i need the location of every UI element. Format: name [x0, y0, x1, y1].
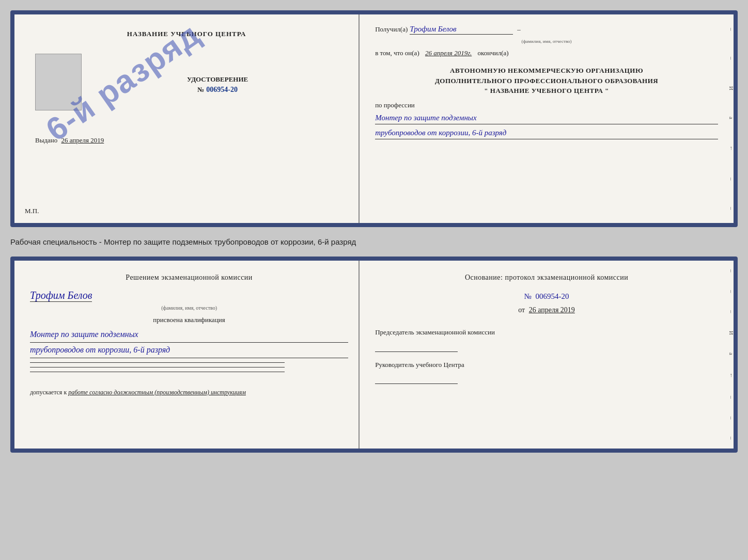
bottom-certificate: Решением экзаменационной комиссии Трофим… [10, 257, 738, 453]
org-line1: АВТОНОМНУЮ НЕКОММЕРЧЕСКУЮ ОРГАНИЗАЦИЮ [375, 66, 718, 76]
received-label: Получил(а) [375, 25, 408, 34]
received-name: Трофим Белов [410, 25, 513, 35]
received-line: Получил(а) Трофим Белов – [375, 25, 718, 35]
date-prefix: от [518, 306, 525, 314]
date-line: в том, что он(а) 26 апреля 2019г. окончи… [375, 49, 718, 57]
org-block: АВТОНОМНУЮ НЕКОММЕРЧЕСКУЮ ОРГАНИЗАЦИЮ ДО… [375, 66, 718, 96]
protocol-number-value: 006954-20 [536, 292, 569, 300]
date-value: 26 апреля 2019г. [425, 49, 472, 57]
protocol-date: от 26 апреля 2019 [375, 306, 718, 314]
protocol-number: № 006954-20 [375, 292, 718, 301]
admit-text: допускается к работе согласно должностны… [30, 388, 348, 397]
side-marks-bottom: – – – И а ← – – – [726, 261, 737, 449]
person-name: Трофим Белов [30, 290, 92, 302]
profession-line2: трубопроводов от коррозии, 6-й разряд [375, 126, 718, 139]
qual-line1: Монтер по защите подземных [30, 327, 348, 343]
org-line3: " НАЗВАНИЕ УЧЕБНОГО ЦЕНТРА " [375, 86, 718, 96]
cert-bottom-right: Основание: протокол экзаменационной коми… [360, 261, 734, 449]
side-marks-top: – – И а ← – – [726, 14, 737, 223]
chairman-block: Председатель экзаменационной комиссии [375, 327, 718, 352]
stamp-text: 6-й разряд [39, 15, 207, 148]
received-sub: (фамилия, имя, отчество) [375, 39, 718, 44]
basis-title: Основание: протокол экзаменационной коми… [375, 274, 718, 282]
cert-number-value: 006954-20 [206, 86, 238, 94]
cert-bottom-left: Решением экзаменационной комиссии Трофим… [14, 261, 360, 449]
protocol-date-value: 26 апреля 2019 [529, 306, 575, 314]
date-label: в том, что он(а) [375, 49, 419, 57]
protocol-prefix: № [524, 292, 532, 300]
mp-label: М.П. [25, 207, 39, 215]
director-block: Руководитель учебного Центра [375, 360, 718, 385]
page-wrapper: НАЗВАНИЕ УЧЕБНОГО ЦЕНТРА 6-й разряд УДОС… [10, 10, 738, 453]
admit-label: допускается к [30, 389, 67, 396]
top-certificate: НАЗВАНИЕ УЧЕБНОГО ЦЕНТРА 6-й разряд УДОС… [10, 10, 738, 227]
director-label: Руководитель учебного Центра [375, 361, 464, 369]
org-line2: ДОПОЛНИТЕЛЬНОГО ПРОФЕССИОНАЛЬНОГО ОБРАЗО… [375, 76, 718, 86]
assigned-label: присвоена квалификация [30, 316, 348, 324]
profession-line1: Монтер по защите подземных [375, 111, 718, 124]
profession-label: по профессии [375, 101, 415, 109]
person-sub: (фамилия, имя, отчество) [30, 305, 348, 311]
profession-block: по профессии Монтер по защите подземных … [375, 101, 718, 139]
chairman-label: Председатель экзаменационной комиссии [375, 328, 495, 336]
decision-title: Решением экзаменационной комиссии [30, 274, 348, 282]
specialty-label: Рабочая специальность - Монтер по защите… [10, 233, 738, 250]
cert-top-left: НАЗВАНИЕ УЧЕБНОГО ЦЕНТРА 6-й разряд УДОС… [14, 14, 360, 223]
cert-top-right: Получил(а) Трофим Белов – (фамилия, имя,… [360, 14, 734, 223]
stamp-diagonal: 6-й разряд [36, 10, 210, 160]
chairman-signature-line [375, 342, 458, 352]
cert-number-prefix: № [197, 86, 204, 94]
director-signature-line [375, 374, 458, 384]
admit-value: работе согласно должностным (производств… [68, 389, 246, 396]
qual-line2: трубопроводов от коррозии, 6-й разряд [30, 343, 348, 358]
finished-label: окончил(а) [478, 49, 509, 57]
